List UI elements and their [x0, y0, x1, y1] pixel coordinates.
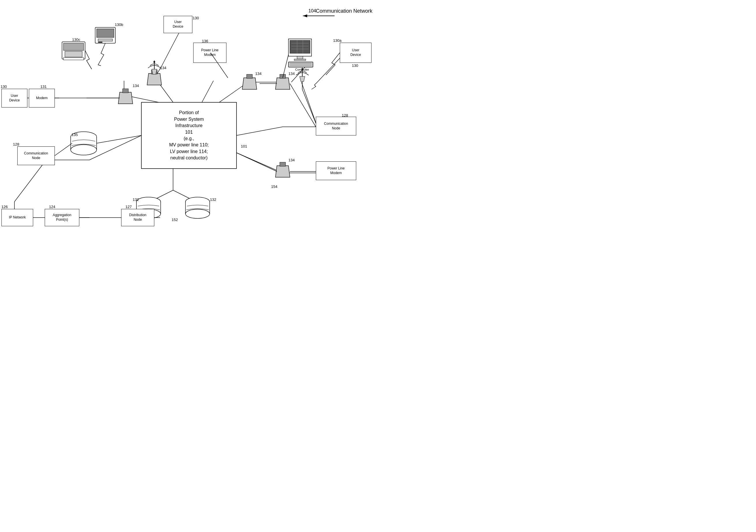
ref-131: 131 [40, 85, 47, 89]
svg-rect-44 [280, 162, 285, 166]
svg-point-33 [71, 145, 96, 155]
user-device-top-center: UserDevice [164, 16, 192, 33]
ip-network: IP Network [1, 209, 33, 226]
svg-rect-40 [247, 74, 253, 78]
svg-marker-37 [147, 73, 162, 85]
svg-rect-68 [98, 42, 102, 43]
ref-134-center: 134 [160, 66, 166, 70]
ref-130-left: 130 [1, 85, 7, 89]
svg-marker-39 [242, 78, 257, 89]
power-system-infrastructure: Portion ofPower SystemInfrastructure101(… [141, 102, 236, 168]
ref-132-left: 132 [133, 197, 139, 202]
ref-130a: 130a [333, 38, 341, 43]
computer-label: Computer [290, 68, 314, 71]
svg-rect-72 [64, 58, 84, 60]
svg-rect-83 [290, 63, 311, 64]
ref-101: 101 [241, 144, 247, 149]
communication-network-title: Communication Network [316, 8, 372, 14]
ref-154: 154 [271, 185, 278, 189]
svg-marker-35 [118, 92, 133, 104]
ref-130c: 130c [72, 38, 80, 42]
ref-128-right: 128 [342, 113, 348, 118]
svg-rect-36 [122, 89, 128, 93]
ref-104: 104 [308, 8, 316, 13]
ref-130b: 130b [115, 22, 123, 27]
communication-node-right: CommunicationNode [316, 117, 356, 136]
ref-127: 127 [125, 205, 132, 209]
svg-marker-43 [276, 166, 290, 177]
svg-rect-81 [294, 59, 306, 61]
diagram-container: Communication Network 104 Portion ofPowe… [0, 0, 378, 266]
user-device-top-right: UserDevice [340, 43, 371, 63]
svg-rect-67 [98, 39, 113, 41]
ref-134-left: 134 [133, 84, 139, 88]
ref-128-left: 128 [13, 142, 19, 147]
user-device-left: UserDevice [1, 89, 27, 108]
svg-rect-71 [65, 51, 82, 57]
ref-130-top: 130 [193, 16, 199, 20]
ref-124: 124 [49, 205, 55, 209]
svg-point-58 [153, 61, 155, 63]
ref-132-right: 132 [210, 197, 216, 202]
ref-134-right-top: 134 [255, 71, 262, 76]
aggregation-points: AggregationPoint(s) [45, 209, 79, 226]
power-line-modem-top: Power LineModem [193, 43, 227, 63]
svg-rect-74 [290, 40, 310, 53]
ref-135: 135 [71, 133, 78, 137]
ref-134-bottom-right: 134 [288, 158, 295, 163]
communication-node-left: CommunicationNode [17, 146, 55, 165]
ref-134-right-mid: 134 [288, 71, 295, 76]
ref-152: 152 [172, 217, 178, 222]
distribution-node: DistributionNode [121, 209, 154, 226]
svg-marker-41 [276, 78, 290, 89]
svg-rect-70 [64, 43, 84, 50]
power-line-modem-right: Power LineModem [316, 162, 356, 180]
ref-130-right: 130 [352, 63, 358, 68]
svg-point-56 [185, 209, 210, 218]
ref-126: 126 [1, 205, 8, 209]
ref-136: 136 [202, 39, 208, 43]
modem: Modem [29, 89, 55, 108]
svg-rect-84 [290, 64, 311, 66]
svg-rect-80 [297, 56, 303, 59]
svg-rect-66 [96, 29, 114, 38]
